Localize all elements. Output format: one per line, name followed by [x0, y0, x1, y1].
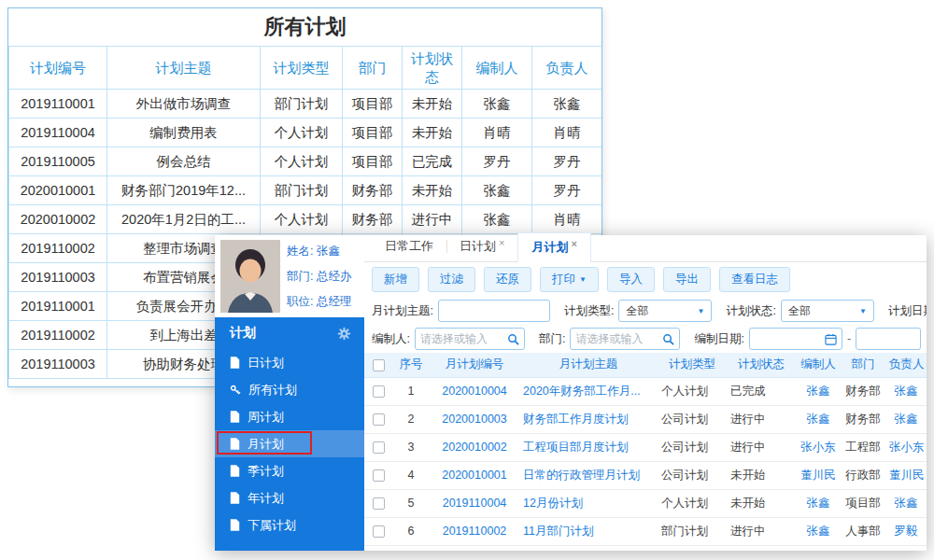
dept-search[interactable]	[570, 328, 680, 350]
cell-link[interactable]: 11月部门计划	[523, 525, 593, 538]
table-cell: 未开始	[403, 90, 462, 119]
table-cell: 11月部门计划	[519, 517, 658, 545]
date-range-separator: -	[847, 332, 851, 345]
table-cell: 张鑫	[532, 90, 602, 119]
sidebar-item[interactable]: 日计划	[215, 349, 364, 376]
document-icon	[230, 438, 240, 450]
cell-link[interactable]: 2020010004	[442, 385, 507, 398]
close-icon[interactable]: ×	[499, 237, 504, 248]
column-header: 部门	[841, 353, 885, 377]
table-row[interactable]: 120200100042020年财务部工作月...个人计划已完成张鑫财务部张鑫	[364, 377, 927, 405]
toolbar-button[interactable]: 查看日志	[719, 267, 790, 292]
make-date-from-input[interactable]	[750, 329, 825, 349]
page-title: 所有计划	[8, 8, 601, 46]
tab[interactable]: 日计划×	[446, 232, 517, 261]
column-header: 计划类型	[261, 47, 343, 90]
sidebar-item[interactable]: 年计划	[215, 484, 364, 511]
table-cell: 个人计划	[261, 205, 343, 234]
table-row[interactable]: 2019110004编制费用表个人计划项目部未开始肖晴肖晴	[9, 119, 602, 147]
table-row[interactable]: 20200100022020年1月2日的工...个人计划财务部进行中张鑫肖晴	[9, 205, 602, 234]
cell-link[interactable]: 张鑫	[895, 413, 918, 426]
chevron-down-icon: ▼	[859, 307, 867, 315]
toolbar-button[interactable]: 打印▼	[540, 267, 599, 292]
cell-link[interactable]: 张鑫	[807, 413, 830, 426]
cell-link[interactable]: 财务部工作月度计划	[523, 413, 629, 426]
checkbox-cell	[364, 461, 392, 489]
tab[interactable]: 日常工作	[372, 232, 446, 261]
table-cell: 2020010003	[430, 405, 519, 433]
cell-link[interactable]: 2020年财务部工作月...	[523, 385, 641, 398]
table-row[interactable]: 5201911000412月份计划个人计划未开始张鑫项目部张鑫	[364, 489, 927, 517]
cell-link[interactable]: 张鑫	[895, 385, 918, 398]
make-date-to-input[interactable]	[856, 328, 921, 350]
close-icon[interactable]: ×	[571, 238, 576, 249]
table-row[interactable]: 6201911000211月部门计划部门计划进行中张鑫人事部罗毅	[364, 517, 927, 545]
sidebar-item[interactable]: 月计划	[215, 430, 364, 457]
cell-link[interactable]: 董川民	[800, 469, 836, 482]
sidebar-item[interactable]: 季计划	[215, 457, 364, 484]
cell-link[interactable]: 张鑫	[807, 525, 830, 538]
sidebar-item[interactable]: 周计划	[215, 403, 364, 430]
filter-row-2: 编制人: 部门: 编制日期:	[364, 325, 927, 353]
creator-search[interactable]	[415, 328, 525, 350]
toolbar-button[interactable]: 过滤	[428, 267, 475, 292]
table-cell: 2019110001	[9, 90, 107, 119]
toolbar-button[interactable]: 导出	[663, 267, 711, 292]
cell-link[interactable]: 日常的行政管理月计划	[523, 469, 640, 482]
status-select[interactable]: 全部 ▼	[781, 300, 874, 322]
toolbar-button-label: 还原	[496, 272, 519, 287]
cell-link[interactable]: 张鑫	[895, 497, 918, 510]
select-all-checkbox[interactable]	[373, 359, 385, 371]
row-checkbox[interactable]	[373, 497, 385, 510]
cell-link[interactable]: 张鑫	[807, 497, 830, 510]
cell-link[interactable]: 张鑫	[807, 385, 830, 398]
toolbar-button[interactable]: 还原	[484, 267, 531, 292]
row-checkbox[interactable]	[373, 413, 385, 426]
cell-link[interactable]: 罗毅	[895, 525, 918, 538]
type-select[interactable]: 全部 ▼	[618, 300, 712, 322]
cell-link[interactable]: 张小东	[800, 441, 836, 454]
tab[interactable]: 月计划×	[517, 232, 590, 262]
table-cell: 公司计划	[658, 433, 727, 461]
table-row[interactable]: 2019110005例会总结个人计划项目部已完成罗丹罗丹	[9, 147, 602, 176]
table-row[interactable]: 22020010003财务部工作月度计划公司计划进行中张鑫财务部张鑫	[364, 405, 927, 433]
row-checkbox[interactable]	[373, 525, 385, 538]
cell-link[interactable]: 工程项目部月度计划	[523, 441, 629, 454]
make-date-from[interactable]	[749, 328, 842, 350]
cell-link[interactable]: 张小东	[889, 441, 925, 454]
cell-link[interactable]: 2020010002	[442, 441, 507, 454]
table-row[interactable]: 2020010001财务部门2019年12...部门计划财务部未开始张鑫罗丹	[9, 176, 602, 205]
cell-link[interactable]: 2020010003	[442, 413, 507, 426]
column-header: 计划状态	[727, 353, 796, 377]
table-cell: 罗丹	[532, 176, 602, 205]
dept-input[interactable]	[571, 329, 662, 349]
table-cell: 董川民	[796, 461, 841, 489]
sidebar-item[interactable]: 下属计划	[215, 511, 364, 539]
search-icon	[662, 333, 674, 345]
table-cell: 2019110004	[9, 119, 107, 147]
table-row[interactable]: 2019110001外出做市场调查部门计划项目部未开始张鑫张鑫	[9, 90, 602, 119]
sidebar-item[interactable]: 所有计划	[215, 376, 364, 403]
cell-link[interactable]: 2020010001	[442, 469, 507, 482]
topic-input[interactable]	[438, 300, 550, 322]
checkbox-cell	[364, 517, 392, 545]
plan-date-label: 计划日期:	[888, 303, 927, 319]
creator-input[interactable]	[416, 329, 507, 349]
row-checkbox[interactable]	[373, 385, 385, 398]
cell-link[interactable]: 2019110004	[443, 497, 507, 510]
toolbar-button[interactable]: 导入	[607, 267, 655, 292]
table-row[interactable]: 32020010002工程项目部月度计划公司计划进行中张小东工程部张小东	[364, 433, 927, 461]
table-row[interactable]: 42020010001日常的行政管理月计划公司计划未开始董川民行政部董川民	[364, 461, 927, 489]
row-checkbox[interactable]	[373, 469, 385, 482]
toolbar-button[interactable]: 新增	[372, 267, 419, 292]
cell-link[interactable]: 董川民	[889, 469, 925, 482]
row-checkbox[interactable]	[373, 441, 385, 454]
table-cell: 财务部门2019年12...	[107, 176, 261, 205]
gear-icon[interactable]	[337, 327, 351, 341]
table-cell: 2020010002	[430, 433, 519, 461]
table-cell: 张鑫	[796, 377, 841, 405]
cell-link[interactable]: 2019110002	[443, 525, 507, 538]
table-cell: 张鑫	[796, 405, 841, 433]
table-cell: 个人计划	[261, 147, 343, 176]
cell-link[interactable]: 12月份计划	[523, 497, 583, 510]
